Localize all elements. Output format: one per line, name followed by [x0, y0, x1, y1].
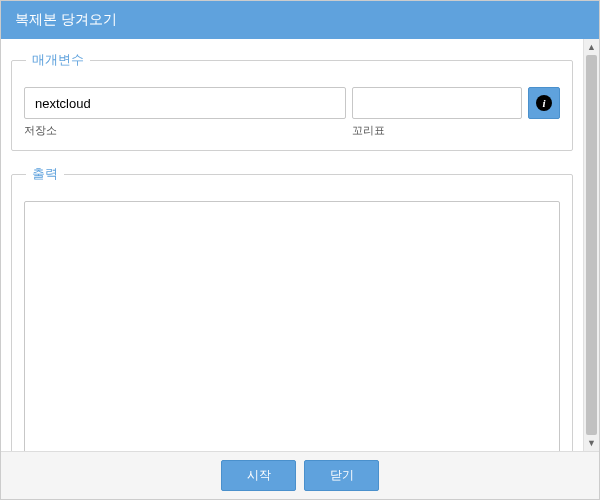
- output-legend: 출력: [26, 165, 64, 183]
- tag-field-group: 꼬리표: [352, 87, 522, 138]
- parameters-row: 저장소 꼬리표 i: [24, 87, 560, 138]
- scroll-down-arrow[interactable]: ▼: [584, 435, 599, 451]
- repository-label: 저장소: [24, 123, 346, 138]
- dialog-title: 복제본 당겨오기: [15, 11, 117, 27]
- start-button[interactable]: 시작: [221, 460, 296, 491]
- dialog-content: 매개변수 저장소 꼬리표 i 출력: [1, 39, 583, 451]
- dialog-footer: 시작 닫기: [1, 451, 599, 499]
- repository-input[interactable]: [24, 87, 346, 119]
- tag-input[interactable]: [352, 87, 522, 119]
- output-textarea[interactable]: [24, 201, 560, 451]
- content-wrapper: 매개변수 저장소 꼬리표 i 출력 ▲ ▼: [1, 39, 599, 451]
- close-button[interactable]: 닫기: [304, 460, 379, 491]
- scrollbar-thumb[interactable]: [586, 55, 597, 435]
- scroll-up-arrow[interactable]: ▲: [584, 39, 599, 55]
- parameters-legend: 매개변수: [26, 51, 90, 69]
- tag-label: 꼬리표: [352, 123, 522, 138]
- info-button[interactable]: i: [528, 87, 560, 119]
- repo-field-group: 저장소: [24, 87, 346, 138]
- parameters-fieldset: 매개변수 저장소 꼬리표 i: [11, 51, 573, 151]
- output-fieldset: 출력: [11, 165, 573, 451]
- vertical-scrollbar[interactable]: ▲ ▼: [583, 39, 599, 451]
- dialog-titlebar: 복제본 당겨오기: [1, 1, 599, 39]
- info-icon: i: [536, 95, 552, 111]
